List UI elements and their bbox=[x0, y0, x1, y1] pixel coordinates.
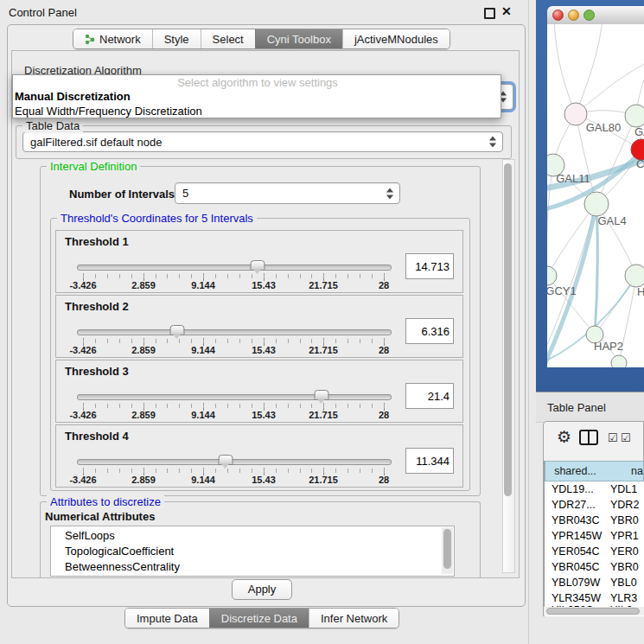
minimize-window-icon[interactable] bbox=[568, 10, 579, 21]
float-window-icon[interactable] bbox=[484, 8, 495, 19]
list-item[interactable]: SelfLoops bbox=[51, 528, 454, 544]
slider-ticks bbox=[83, 403, 385, 411]
table-cell[interactable]: YBL079W bbox=[545, 575, 605, 590]
checkbox-icon[interactable]: ☑ bbox=[621, 431, 631, 444]
tab-style[interactable]: Style bbox=[152, 29, 201, 48]
list-item[interactable]: BetweennessCentrality bbox=[51, 559, 454, 575]
slider-ticks bbox=[83, 273, 385, 281]
threshold-4-box: Threshold 4 -3.426 2.859 9.144 15.43 21.… bbox=[55, 424, 463, 488]
node-label: HAP2 bbox=[594, 340, 623, 353]
table-scrollbar-thumb[interactable] bbox=[546, 608, 640, 615]
split-columns-icon[interactable] bbox=[579, 430, 598, 445]
node-label: GAL4 bbox=[597, 214, 626, 227]
threshold-3-box: Threshold 3 -3.426 2.859 9.144 15.43 21.… bbox=[55, 360, 463, 423]
slider-ticks bbox=[83, 338, 385, 346]
list-item[interactable]: TopologicalCoefficient bbox=[51, 544, 454, 559]
screen: Control Panel ✕ Network Style Select Cyn… bbox=[0, 0, 644, 644]
network-node-ga[interactable] bbox=[625, 105, 644, 127]
threshold-4-value-field[interactable] bbox=[405, 448, 454, 474]
panel-title: Control Panel bbox=[9, 6, 77, 19]
table-cell[interactable]: YBR043C bbox=[545, 513, 605, 528]
table-cell[interactable]: YER0 bbox=[605, 544, 644, 559]
threshold-3-slider-thumb[interactable] bbox=[315, 390, 329, 400]
threshold-2-value-field[interactable] bbox=[405, 318, 454, 344]
table-cell[interactable]: YER054C bbox=[545, 544, 605, 559]
tab-cyni-toolbox[interactable]: Cyni Toolbox bbox=[255, 29, 342, 48]
algorithm-dropdown: Select algorithm to view settings Manual… bbox=[12, 74, 501, 118]
network-node-gcy1[interactable] bbox=[547, 266, 557, 285]
table-cell[interactable]: YPR1 bbox=[605, 528, 644, 544]
maximize-window-icon[interactable] bbox=[583, 10, 595, 21]
tab-select[interactable]: Select bbox=[201, 29, 255, 48]
table-cell[interactable]: YBR0 bbox=[605, 513, 644, 528]
node-label: GAL80 bbox=[586, 121, 621, 134]
tab-impute-data[interactable]: Impute Data bbox=[125, 609, 209, 628]
tab-infer-network[interactable]: Infer Network bbox=[309, 609, 399, 628]
table-cell[interactable]: YDR2 bbox=[605, 497, 644, 513]
network-node-gal80[interactable] bbox=[564, 103, 587, 125]
table-panel-header: Table Panel bbox=[536, 392, 644, 423]
column-header-name[interactable]: na bbox=[605, 461, 644, 481]
table-cell[interactable]: YBR0 bbox=[605, 559, 644, 575]
table-data-combobox[interactable]: galFiltered.sif default node bbox=[22, 131, 503, 152]
threshold-4-slider-thumb[interactable] bbox=[219, 455, 233, 465]
background bbox=[536, 616, 644, 644]
node-label: GA bbox=[634, 125, 644, 138]
table-cell[interactable]: YDL19... bbox=[545, 481, 605, 497]
table-cell[interactable]: YDL1 bbox=[605, 481, 644, 497]
threshold-1-label: Threshold 1 bbox=[65, 235, 129, 248]
threshold-1-box: Threshold 1 -3.426 2.859 9.144 15.43 21.… bbox=[55, 230, 463, 293]
node-label: C bbox=[636, 157, 644, 170]
threshold-4-label: Threshold 4 bbox=[65, 430, 129, 443]
threshold-4-slider[interactable] bbox=[77, 459, 392, 465]
stepper-icon[interactable] bbox=[386, 188, 393, 199]
threshold-1-slider[interactable] bbox=[77, 265, 392, 271]
threshold-2-slider-thumb[interactable] bbox=[170, 325, 185, 335]
node-label: H bbox=[637, 285, 644, 298]
content-scrollbar-thumb[interactable] bbox=[504, 163, 512, 496]
threshold-1-slider-thumb[interactable] bbox=[251, 260, 265, 271]
network-node-partial[interactable] bbox=[611, 355, 627, 367]
tab-jactivemnodules[interactable]: jActiveMNodules bbox=[342, 29, 450, 48]
num-intervals-combobox[interactable]: 5 bbox=[175, 182, 400, 204]
algorithm-option-prompt: Select algorithm to view settings bbox=[15, 77, 501, 90]
table-panel-title: Table Panel bbox=[547, 401, 606, 414]
tab-label: Network bbox=[99, 33, 141, 46]
network-node-h[interactable] bbox=[625, 265, 644, 287]
table-cell[interactable]: YBL0 bbox=[605, 575, 644, 590]
close-panel-icon[interactable]: ✕ bbox=[501, 4, 512, 18]
table-cell[interactable]: YDR27... bbox=[545, 497, 605, 513]
list-scrollbar[interactable] bbox=[442, 527, 453, 574]
table-data-group-label: Table Data bbox=[22, 119, 83, 132]
gear-icon[interactable]: ⚙ bbox=[557, 427, 571, 447]
threshold-2-slider[interactable] bbox=[77, 329, 392, 335]
network-window-titlebar[interactable] bbox=[547, 6, 644, 25]
tab-discretize-data[interactable]: Discretize Data bbox=[209, 609, 309, 628]
num-intervals-label: Number of Intervals bbox=[69, 188, 175, 201]
attributes-group-label: Attributes to discretize bbox=[47, 495, 164, 508]
network-canvas[interactable]: GAL80 GA C GAL11 GAL4 GCY1 H HAP2 bbox=[547, 24, 644, 367]
table-cell[interactable]: YPR145W bbox=[545, 528, 605, 544]
column-header-shared-name[interactable]: shared... bbox=[545, 461, 606, 481]
threshold-1-value-field[interactable] bbox=[405, 253, 454, 279]
algorithm-option-equal-width[interactable]: Equal Width/Frequency Discretization bbox=[15, 105, 501, 119]
threshold-2-label: Threshold 2 bbox=[65, 300, 129, 313]
control-panel-tabs: Network Style Select Cyni Toolbox jActiv… bbox=[73, 29, 450, 49]
table-cell[interactable]: YBR045C bbox=[545, 559, 605, 575]
network-icon bbox=[85, 34, 95, 45]
num-intervals-value: 5 bbox=[182, 187, 188, 200]
close-window-icon[interactable] bbox=[552, 10, 564, 21]
slider-ticks bbox=[83, 468, 385, 475]
tab-network[interactable]: Network bbox=[73, 29, 152, 48]
threshold-3-slider[interactable] bbox=[77, 394, 392, 400]
content-scrollbar[interactable] bbox=[502, 159, 515, 573]
checkbox-icon[interactable]: ☑ bbox=[608, 431, 618, 444]
algorithm-option-manual[interactable]: Manual Discretization bbox=[15, 90, 501, 105]
threshold-3-value-field[interactable] bbox=[405, 383, 454, 409]
cyni-mode-tabs: Impute Data Discretize Data Infer Networ… bbox=[124, 608, 399, 628]
node-label: GAL11 bbox=[556, 172, 590, 185]
table-horizontal-scrollbar[interactable] bbox=[545, 607, 644, 615]
network-node-gal4[interactable] bbox=[584, 192, 609, 216]
stepper-icon[interactable] bbox=[489, 137, 496, 148]
apply-button[interactable]: Apply bbox=[232, 579, 292, 600]
